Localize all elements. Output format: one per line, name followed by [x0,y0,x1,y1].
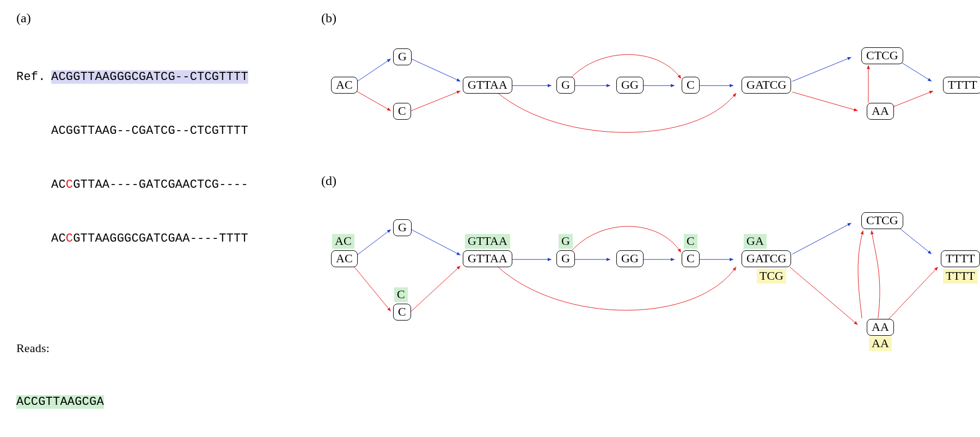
variant-graph-d: AC C GTTAA G C GA TCG AA TTTT AC G C GTT… [321,195,964,369]
node-g2: G [556,77,575,94]
reads-block: Reads: ACCGTTAAGCGA TCGAATTTT [16,303,299,437]
annot-tcg: TCG [757,269,786,284]
node-ac: AC [331,77,358,94]
node-c2: C [682,77,700,94]
node-tttt: TTTT [943,77,980,94]
d-node-c2: C [682,250,700,267]
snp-c-1: C [66,178,73,192]
d-node-gg: GG [616,250,644,267]
d-node-ac: AC [331,250,358,267]
node-gg: GG [616,77,644,94]
node-aa: AA [867,103,894,120]
align-row-2: ACGGTTAAG--CGATCG--CTCGTTTT [51,124,248,138]
panel-a-label: (a) [16,11,299,26]
alignment-block: Ref.ACGGTTAAGGGCGATCG--CTCGTTTT ACGGTTAA… [16,32,299,284]
panel-a: (a) Ref.ACGGTTAAGGGCGATCG--CTCGTTTT ACGG… [16,11,299,437]
d-node-ctcg: CTCG [861,212,903,229]
panel-d-label: (d) [321,174,964,188]
d-node-g2: G [556,250,575,267]
d-node-c-bot: C [393,304,411,321]
panel-b-label: (b) [321,11,964,26]
read-1: ACCGTTAAGCGA [16,395,104,409]
annot-c: C [394,287,408,302]
node-ctcg: CTCG [861,47,903,64]
node-gttaa: GTTAA [463,77,512,94]
annot-g: G [559,234,573,249]
d-node-g-top: G [393,219,412,236]
variant-graph-b: AC G C GTTAA G GG C GATCG CTCG AA TTTT [321,32,964,157]
annot-c2: C [684,234,697,249]
annot-ga: GA [744,234,767,249]
annot-ac: AC [332,234,354,249]
reads-label: Reads: [16,339,299,357]
ref-label: Ref. [16,68,51,86]
node-gatcg: GATCG [742,77,791,94]
annot-tttt: TTTT [943,269,978,284]
d-node-tttt: TTTT [941,250,980,267]
d-node-gttaa: GTTAA [463,250,512,267]
node-g-top: G [393,48,412,65]
annot-gttaa: GTTAA [465,234,510,249]
annot-aa: AA [869,336,892,351]
d-node-aa: AA [867,319,894,336]
d-node-gatcg: GATCG [742,250,791,267]
node-c-bot: C [393,103,411,120]
panel-b: (b) [321,11,964,437]
snp-c-2: C [66,232,73,245]
